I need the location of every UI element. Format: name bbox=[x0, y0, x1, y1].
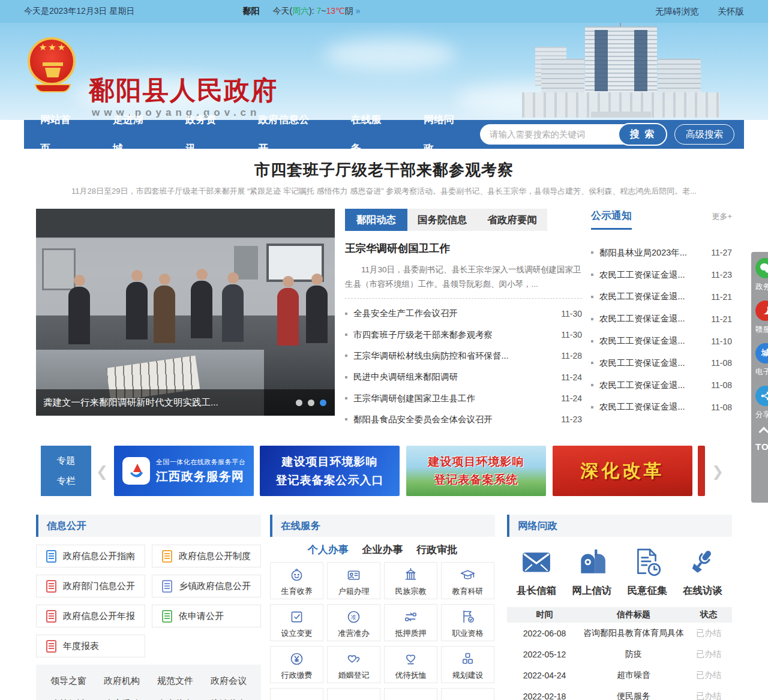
consult-label: 网上信访 bbox=[572, 584, 611, 597]
online-interview[interactable]: 在线访谈 bbox=[678, 547, 727, 597]
notice-item[interactable]: 农民工工资保证金退...11-21 bbox=[591, 286, 732, 308]
tab-province-news[interactable]: 省政府要闻 bbox=[478, 209, 548, 231]
bullet-icon bbox=[591, 340, 593, 343]
banner-jiangxi-service[interactable]: 全国一体化在线政务服务平台 江西政务服务网 bbox=[114, 446, 254, 496]
table-row[interactable]: 2022-02-18 便民服务 已办结 bbox=[507, 686, 732, 700]
nav-item-consult[interactable]: 网络问政 bbox=[407, 106, 480, 163]
table-row[interactable]: 2022-04-24 超市噪音 已办结 bbox=[507, 665, 732, 686]
nav-item-about[interactable]: 走进湖城 bbox=[97, 106, 169, 163]
weather-prefix: 今天( bbox=[272, 6, 292, 16]
info-item-guide[interactable]: 政府信息公开指南 bbox=[36, 545, 145, 567]
advanced-search-button[interactable]: 高级搜索 bbox=[674, 124, 734, 145]
info-item-townships[interactable]: 乡镇政府信息公开 bbox=[152, 575, 261, 597]
service-marriage-registration[interactable]: 婚姻登记 bbox=[327, 646, 380, 683]
site-title: 鄱阳县人民政府 bbox=[89, 73, 278, 108]
float-city-services[interactable]: 城 电子 bbox=[755, 343, 768, 377]
notice-item[interactable]: 鄱阳县林业局2023年...11-27 bbox=[591, 242, 732, 264]
news-item[interactable]: 市四套班子厅级老干部来鄱参观考察11-30 bbox=[345, 325, 582, 346]
weather-more-arrow[interactable]: » bbox=[356, 6, 361, 16]
table-row[interactable]: 2022-06-08 咨询鄱阳县教育体育局具体 已办结 bbox=[507, 623, 732, 644]
service-cell-extra[interactable] bbox=[270, 688, 323, 700]
nav-item-home[interactable]: 网站首页 bbox=[24, 106, 97, 163]
info-item-system[interactable]: 政府信息公开制度 bbox=[152, 545, 261, 567]
service-education-research[interactable]: 教育科研 bbox=[441, 562, 494, 599]
notice-item[interactable]: 农民工工资保证金退...11-08 bbox=[591, 352, 732, 374]
notice-item[interactable]: 农民工工资保证金退...11-23 bbox=[591, 264, 732, 286]
notice-item[interactable]: 农民工工资保证金退...11-10 bbox=[591, 330, 732, 352]
building-glass-column bbox=[634, 30, 647, 91]
service-permit-license[interactable]: 准 准营准办 bbox=[327, 604, 380, 641]
notices-list: 鄱阳县林业局2023年...11-27 农民工工资保证金退...11-23 农民… bbox=[591, 242, 732, 418]
carousel-dot-active[interactable] bbox=[320, 399, 326, 406]
service-cell-extra[interactable] bbox=[384, 688, 437, 700]
tab-poyang-news[interactable]: 鄱阳动态 bbox=[345, 209, 407, 231]
info-item-yearly-tables[interactable]: 年度报表 bbox=[36, 635, 145, 657]
headline-title[interactable]: 市四套班子厅级老干部来鄱参观考察 bbox=[0, 160, 768, 181]
photo-carousel[interactable]: 龚建文一行来鄱阳调研新时代文明实践工... bbox=[36, 209, 335, 416]
service-setup-change[interactable]: 设立变更 bbox=[270, 604, 323, 641]
service-admin-payment[interactable]: 行政缴费 bbox=[270, 646, 323, 683]
care-version-link[interactable]: 关怀版 bbox=[718, 6, 745, 17]
service-ethnic-religion[interactable]: 民族宗教 bbox=[384, 562, 437, 599]
banner-env-registration-entry[interactable]: 建设项目环境影响 登记表备案公示入口 bbox=[260, 446, 400, 496]
carousel-dot[interactable] bbox=[296, 399, 302, 406]
back-to-top[interactable]: TOP bbox=[755, 428, 768, 452]
letter-title: 防疫 bbox=[582, 649, 685, 660]
float-label: 分享 bbox=[755, 410, 768, 420]
banner-env-registration-system[interactable]: 建设项目环境影响 登记表备案系统 bbox=[406, 446, 546, 496]
info-item-on-request[interactable]: 依申请公开 bbox=[152, 605, 261, 627]
service-birth-adoption[interactable]: 生育收养 bbox=[270, 562, 323, 599]
service-mortgage-pledge[interactable]: 抵押质押 bbox=[384, 604, 437, 641]
link-meetings[interactable]: 政府会议 bbox=[211, 675, 247, 687]
carousel-caption[interactable]: 龚建文一行来鄱阳调研新时代文明实践工... bbox=[43, 396, 296, 409]
news-item[interactable]: 民进中央调研组来鄱阳调研11-24 bbox=[345, 366, 582, 387]
notices-more-link[interactable]: 更多+ bbox=[712, 211, 732, 222]
service-cell-extra[interactable] bbox=[327, 688, 380, 700]
mayor-mailbox[interactable]: 县长信箱 bbox=[512, 547, 561, 597]
banner-next-arrow[interactable]: ❯ bbox=[712, 463, 724, 480]
notice-item[interactable]: 农民工工资保证金退...11-21 bbox=[591, 308, 732, 330]
section-title: 网络问政 bbox=[509, 515, 557, 537]
accessibility-link[interactable]: 无障碍浏览 bbox=[655, 6, 699, 17]
search-button[interactable]: 搜 索 bbox=[618, 123, 667, 146]
news-item[interactable]: 王宗华调研松材线虫病防控和省环保督...11-28 bbox=[345, 346, 582, 366]
news-item[interactable]: 王宗华调研创建国家卫生县工作11-24 bbox=[345, 387, 582, 408]
float-wechat[interactable]: 政务 bbox=[755, 258, 768, 292]
tab-personal-affairs[interactable]: 个人办事 bbox=[308, 544, 349, 555]
link-regulations[interactable]: 规范文件 bbox=[157, 675, 193, 687]
service-household-registration[interactable]: 户籍办理 bbox=[327, 562, 380, 599]
float-ganfutong[interactable]: 赣服 bbox=[755, 301, 768, 335]
service-planning-construction[interactable]: 规划建设 bbox=[441, 646, 494, 683]
public-opinion-collection[interactable]: 民意征集 bbox=[623, 547, 672, 597]
banner-line: 登记表备案系统 bbox=[434, 472, 518, 488]
float-share[interactable]: 分享 bbox=[755, 386, 768, 420]
tab-admin-approval[interactable]: 行政审批 bbox=[416, 544, 457, 555]
news-item[interactable]: 全县安全生产工作会议召开11-30 bbox=[345, 303, 582, 324]
nav-item-disclosure[interactable]: 政府信息公开 bbox=[242, 106, 335, 163]
news-date: 11-30 bbox=[561, 309, 582, 319]
link-leaders[interactable]: 领导之窗 bbox=[50, 675, 86, 687]
service-professional-qualification[interactable]: 职业资格 bbox=[441, 604, 494, 641]
info-item-annual-report[interactable]: 政府信息公开年报 bbox=[36, 605, 145, 627]
nav-item-news[interactable]: 政务资讯 bbox=[169, 106, 242, 163]
section-title: 在线服务 bbox=[272, 515, 320, 537]
table-row[interactable]: 2022-05-12 防疫 已办结 bbox=[507, 644, 732, 665]
online-petition[interactable]: 网上信访 bbox=[567, 547, 616, 597]
notice-item[interactable]: 农民工工资保证金退...11-08 bbox=[591, 396, 732, 419]
news-item[interactable]: 鄱阳县食品安全委员会全体会议召开11-23 bbox=[345, 409, 582, 430]
jiangxi-service-logo-icon bbox=[122, 457, 150, 485]
nav-item-services[interactable]: 在线服务 bbox=[335, 106, 407, 163]
tab-enterprise-affairs[interactable]: 企业办事 bbox=[362, 544, 403, 555]
carousel-dot[interactable] bbox=[308, 399, 314, 406]
info-item-departments[interactable]: 政府部门信息公开 bbox=[36, 575, 145, 597]
tab-state-council[interactable]: 国务院信息 bbox=[407, 209, 478, 231]
link-agencies[interactable]: 政府机构 bbox=[104, 675, 140, 687]
service-preferential-care[interactable]: 优待抚恤 bbox=[384, 646, 437, 683]
featured-news-title[interactable]: 王宗华调研创国卫工作 bbox=[345, 241, 582, 256]
banner-deepen-reform[interactable]: 深化改革 bbox=[553, 446, 692, 496]
notice-item[interactable]: 农民工工资保证金退...11-08 bbox=[591, 374, 732, 396]
info-disclosure-header: 信息公开 bbox=[36, 515, 261, 537]
service-cell-extra[interactable] bbox=[441, 688, 494, 700]
notice-title: 鄱阳县林业局2023年... bbox=[599, 247, 687, 259]
banner-prev-arrow[interactable]: ❮ bbox=[96, 463, 108, 480]
